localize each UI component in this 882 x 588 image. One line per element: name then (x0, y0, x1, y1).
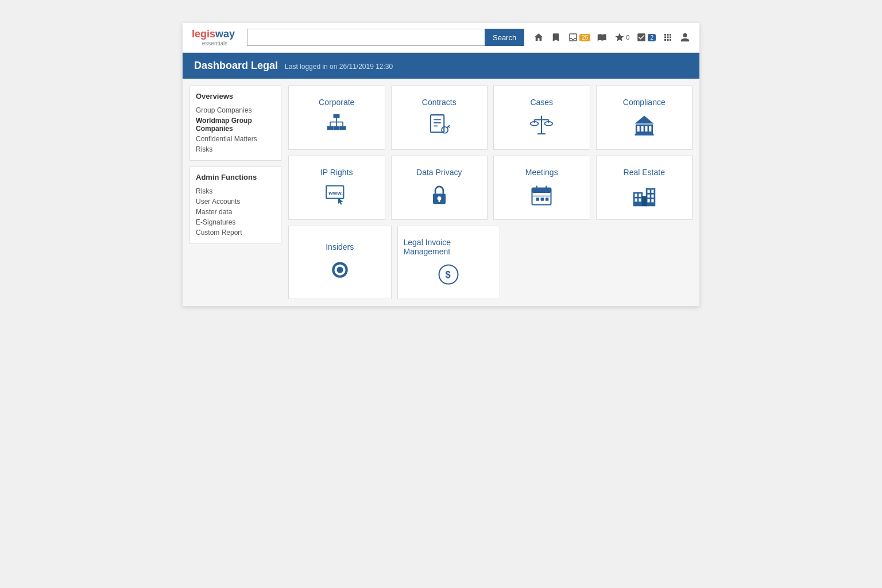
card-real-estate-label: Real Estate (624, 168, 665, 177)
svg-rect-35 (438, 200, 440, 202)
svg-line-15 (448, 126, 450, 127)
svg-rect-24 (637, 126, 639, 131)
card-legal-invoice-label: Legal Invoice Management (404, 238, 494, 256)
svg-rect-37 (532, 188, 551, 192)
check-badge: 2 (648, 34, 656, 41)
inbox-badge: 25 (579, 34, 590, 41)
star-icon[interactable]: 0 (614, 32, 629, 42)
card-ip-rights-label: IP Rights (320, 168, 353, 177)
sidebar-item-user-accounts[interactable]: User Accounts (196, 196, 275, 207)
grid-row-3: Insiders Legal Invoice Management $ (288, 226, 693, 299)
svg-rect-25 (641, 126, 643, 131)
svg-rect-46 (635, 194, 637, 197)
ip-rights-icon: www. (324, 183, 349, 208)
card-cases[interactable]: Cases (493, 86, 590, 150)
overviews-title: Overviews (196, 92, 275, 100)
svg-rect-44 (633, 192, 643, 206)
card-corporate-label: Corporate (319, 98, 354, 107)
card-corporate[interactable]: Corporate (288, 86, 385, 150)
svg-rect-49 (639, 198, 641, 202)
sidebar-item-admin-risks[interactable]: Risks (196, 186, 275, 196)
user-icon[interactable] (680, 32, 690, 42)
logo-way: way (215, 28, 235, 40)
cases-icon (529, 113, 554, 138)
card-legal-invoice[interactable]: Legal Invoice Management $ (397, 226, 501, 299)
svg-rect-42 (541, 198, 544, 201)
svg-rect-6 (327, 126, 334, 130)
search-input[interactable] (247, 29, 485, 46)
svg-rect-27 (649, 126, 651, 131)
sidebar-item-custom-report[interactable]: Custom Report (196, 227, 275, 238)
svg-rect-0 (334, 114, 340, 118)
bookmark-icon[interactable] (551, 32, 561, 42)
real-estate-icon (632, 183, 657, 208)
card-meetings-label: Meetings (525, 168, 558, 177)
spacer-1 (506, 226, 597, 299)
card-insiders-label: Insiders (326, 242, 354, 252)
svg-text:$: $ (446, 269, 451, 279)
overviews-section: Overviews Group Companies Worldmap Group… (189, 86, 281, 161)
svg-rect-43 (546, 198, 549, 201)
grid-area: Corporate Contracts (288, 86, 693, 299)
corporate-icon (324, 113, 349, 138)
admin-title: Admin Functions (196, 173, 275, 181)
sidebar-item-confidential[interactable]: Confidential Matters (196, 134, 275, 144)
svg-rect-7 (334, 126, 340, 130)
svg-point-59 (336, 266, 343, 273)
card-compliance-label: Compliance (623, 98, 666, 107)
logo: legisway essentials (192, 29, 238, 47)
svg-rect-48 (635, 198, 637, 202)
sidebar-item-esignatures[interactable]: E-Signatures (196, 217, 275, 227)
dashboard-bar: Dashboard Legal Last logged in on 26/11/… (183, 53, 699, 79)
card-insiders[interactable]: Insiders (288, 226, 392, 299)
card-compliance[interactable]: Compliance (596, 86, 693, 150)
sidebar-item-group-companies[interactable]: Group Companies (196, 105, 275, 115)
sidebar-item-worldmap[interactable]: Worldmap Group Companies (196, 115, 275, 134)
grid-row-1: Corporate Contracts (288, 86, 693, 150)
insiders-icon (327, 257, 353, 283)
sidebar-item-risks[interactable]: Risks (196, 144, 275, 154)
header: legisway essentials Search 25 (183, 23, 699, 53)
contracts-icon (427, 113, 452, 138)
card-data-privacy-label: Data Privacy (416, 168, 462, 177)
card-ip-rights[interactable]: IP Rights www. (288, 156, 385, 220)
svg-rect-54 (647, 199, 649, 203)
home-icon[interactable] (533, 32, 544, 42)
inbox-icon[interactable]: 25 (568, 32, 590, 42)
book-icon[interactable] (597, 32, 608, 42)
svg-rect-26 (645, 126, 647, 131)
svg-point-34 (437, 196, 441, 200)
compliance-icon (632, 113, 657, 138)
svg-rect-55 (651, 199, 653, 203)
card-meetings[interactable]: Meetings (493, 156, 590, 220)
svg-rect-47 (639, 194, 641, 197)
card-contracts[interactable]: Contracts (391, 86, 488, 150)
svg-rect-52 (647, 194, 649, 198)
main-content: Overviews Group Companies Worldmap Group… (183, 79, 699, 306)
card-real-estate[interactable]: Real Estate (596, 156, 693, 220)
svg-rect-45 (646, 188, 656, 206)
dashboard-subtitle: Last logged in on 26/11/2019 12:30 (285, 63, 393, 71)
check-icon[interactable]: 2 (636, 32, 656, 42)
search-area: Search (247, 29, 524, 46)
card-data-privacy[interactable]: Data Privacy (391, 156, 488, 220)
apps-icon[interactable] (663, 32, 673, 42)
card-cases-label: Cases (530, 98, 553, 107)
logo-legis: legis (192, 28, 215, 40)
svg-rect-50 (647, 189, 649, 193)
svg-rect-8 (340, 126, 346, 130)
header-icons: 25 0 2 (533, 32, 690, 42)
meetings-icon (529, 183, 554, 208)
svg-rect-41 (536, 198, 540, 201)
sidebar: Overviews Group Companies Worldmap Group… (189, 86, 281, 299)
svg-rect-51 (651, 189, 653, 193)
sidebar-item-master-data[interactable]: Master data (196, 207, 275, 217)
svg-rect-53 (651, 194, 653, 198)
star-count: 0 (626, 34, 629, 41)
admin-section: Admin Functions Risks User Accounts Mast… (189, 167, 281, 244)
svg-rect-56 (642, 196, 647, 206)
svg-marker-28 (635, 115, 653, 123)
card-contracts-label: Contracts (422, 98, 457, 107)
dashboard-title: Dashboard Legal (194, 60, 278, 72)
search-button[interactable]: Search (485, 29, 524, 46)
